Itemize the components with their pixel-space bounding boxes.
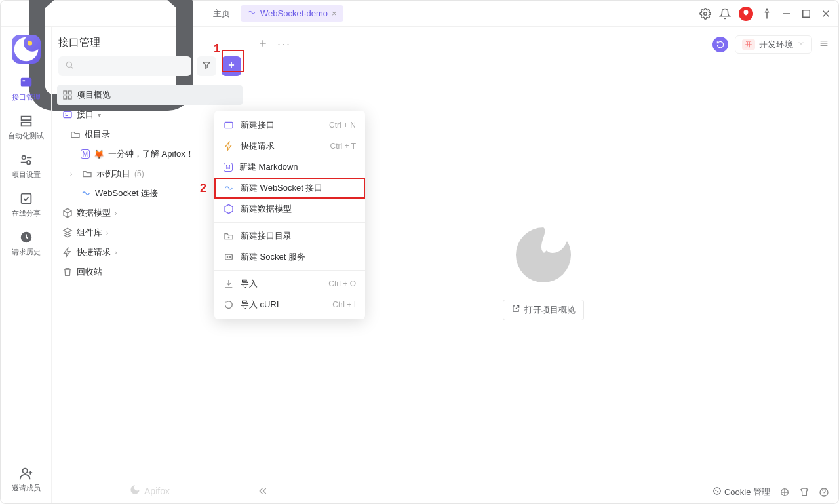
content-more[interactable]: ···	[277, 37, 291, 51]
cube-icon	[62, 208, 73, 218]
env-pill: 开	[742, 39, 755, 50]
svg-point-27	[229, 256, 230, 257]
minimize-icon[interactable]	[781, 8, 792, 20]
tree-label: 快捷请求	[77, 246, 111, 258]
trash-icon	[62, 267, 73, 277]
nav-history[interactable]: 请求历史	[12, 230, 41, 257]
svg-point-35	[718, 492, 718, 492]
menu-label: 新建接口目录	[241, 230, 292, 242]
svg-point-11	[26, 161, 29, 165]
svg-point-15	[66, 62, 71, 67]
tree-project-overview[interactable]: 项目概览	[57, 85, 243, 105]
cookie-manage[interactable]: Cookie 管理	[712, 486, 770, 498]
menu-new-api[interactable]: 新建接口 Ctrl + N	[214, 115, 365, 136]
add-menu: 新建接口 Ctrl + N 快捷请求 Ctrl + T M 新建 Markdow…	[214, 111, 365, 319]
autotest-icon	[19, 114, 33, 128]
tab-label: WebSocket-demo	[260, 9, 328, 18]
tree-label: 数据模型	[77, 207, 111, 219]
nav-autotest[interactable]: 自动化测试	[8, 114, 44, 141]
menu-import-curl[interactable]: 导入 cURL Ctrl + I	[214, 294, 365, 315]
search-icon	[65, 60, 74, 72]
cube-icon	[224, 204, 234, 214]
svg-rect-2	[803, 10, 810, 17]
menu-new-socket[interactable]: 新建 Socket 服务	[214, 246, 365, 267]
svg-point-34	[716, 490, 716, 490]
svg-rect-22	[68, 96, 71, 99]
environment-select[interactable]: 开 开发环境	[735, 35, 812, 54]
svg-rect-25	[225, 254, 233, 260]
svg-line-16	[71, 66, 73, 68]
api-manage-icon	[19, 75, 33, 90]
svg-rect-12	[21, 194, 31, 204]
tab-close-icon[interactable]: ×	[332, 9, 337, 18]
share-icon	[19, 191, 33, 206]
sidebar-footer: Apifox	[52, 478, 248, 503]
close-window-icon[interactable]	[820, 8, 832, 20]
bell-icon[interactable]	[719, 8, 731, 20]
menu-quick-request[interactable]: 快捷请求 Ctrl + T	[214, 136, 365, 157]
env-refresh-icon[interactable]	[712, 37, 728, 52]
filter-button[interactable]	[197, 56, 216, 76]
nav-label: 请求历史	[12, 247, 41, 257]
nav-invite[interactable]: 邀请成员	[12, 466, 41, 493]
menu-label: 新建 Markdown	[239, 161, 298, 173]
overview-icon	[62, 90, 73, 100]
external-icon	[511, 304, 520, 315]
bolt-icon	[224, 141, 234, 151]
markdown-icon: M	[224, 163, 233, 172]
menu-shortcut: Ctrl + T	[330, 142, 356, 151]
open-project-label: 打开项目概览	[524, 304, 576, 316]
tree-label: 根目录	[85, 128, 110, 140]
svg-point-0	[704, 12, 707, 15]
svg-rect-21	[64, 96, 67, 99]
menu-import[interactable]: 导入 Ctrl + O	[214, 273, 365, 294]
help-icon[interactable]	[819, 487, 829, 497]
left-nav: 接口管理 自动化测试 项目设置 在线分享 请求历史 邀请成员	[1, 27, 52, 503]
nav-label: 邀请成员	[12, 483, 41, 493]
menu-new-folder[interactable]: 新建接口目录	[214, 225, 365, 246]
import-icon	[224, 279, 234, 289]
user-avatar[interactable]	[739, 7, 753, 21]
folder-icon	[70, 129, 81, 140]
svg-point-26	[227, 256, 227, 257]
svg-rect-20	[68, 91, 71, 94]
menu-new-websocket[interactable]: 2 新建 WebSocket 接口	[214, 178, 365, 199]
curl-icon	[224, 300, 234, 310]
menu-label: 新建 Socket 服务	[241, 251, 305, 263]
open-project-button[interactable]: 打开项目概览	[503, 300, 584, 320]
shirt-icon[interactable]	[799, 487, 810, 497]
tree-label: 接口	[77, 109, 94, 121]
tree-label: WebSocket 连接	[95, 187, 158, 199]
sidebar-title: 接口管理	[58, 36, 241, 50]
search-input[interactable]	[58, 56, 191, 76]
home-label: 主页	[213, 8, 230, 20]
svg-rect-23	[64, 111, 71, 117]
invite-icon	[19, 466, 33, 480]
menu-icon[interactable]	[819, 38, 829, 51]
filter-icon	[202, 60, 211, 72]
settings-icon[interactable]	[699, 8, 711, 20]
nav-settings[interactable]: 项目设置	[12, 153, 41, 180]
chevron-right-icon: ›	[106, 229, 114, 237]
menu-separator	[214, 222, 365, 223]
empty-state-logo	[511, 222, 576, 288]
chevron-down-icon: ▾	[98, 111, 106, 119]
menu-new-datamodel[interactable]: 新建数据模型	[214, 199, 365, 220]
pin-icon[interactable]	[761, 8, 773, 20]
collapse-icon[interactable]	[258, 486, 268, 498]
content-add-tab[interactable]	[258, 38, 268, 51]
tree-label: 回收站	[77, 266, 102, 278]
env-label: 开发环境	[759, 39, 793, 50]
menu-label: 快捷请求	[241, 140, 275, 152]
nav-share[interactable]: 在线分享	[12, 191, 41, 218]
api-icon	[62, 109, 73, 120]
add-button[interactable]	[222, 56, 241, 76]
doc-icon: M	[81, 149, 90, 159]
target-icon[interactable]	[779, 487, 790, 497]
menu-new-markdown[interactable]: M 新建 Markdown	[214, 157, 365, 178]
svg-rect-7	[22, 80, 25, 81]
maximize-icon[interactable]	[800, 8, 812, 20]
nav-api[interactable]: 接口管理	[12, 75, 41, 102]
open-tab[interactable]: WebSocket-demo ×	[241, 5, 343, 22]
brand-label: Apifox	[144, 486, 170, 496]
